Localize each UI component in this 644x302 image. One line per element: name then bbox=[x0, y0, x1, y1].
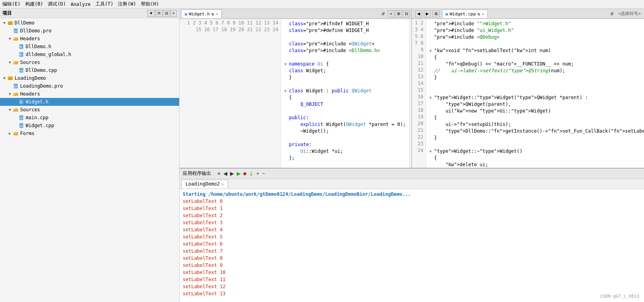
tree-item-dlldemo-pro[interactable]: proDllDemo.pro bbox=[0, 27, 179, 35]
right-tab-close[interactable]: ✕ bbox=[481, 11, 484, 17]
tree-item-dlldemo-global-h[interactable]: hdlldemo_global.h bbox=[0, 51, 179, 58]
tree-item-loading-headers[interactable]: ▼Headers bbox=[0, 90, 179, 98]
menu-item-tools[interactable]: 工具(T) bbox=[95, 1, 114, 8]
tree-item-dlldemo-h[interactable]: hDllDemo.h bbox=[0, 43, 179, 51]
tree-item-widget-h[interactable]: hWidget.h bbox=[0, 98, 179, 106]
sidebar-filter-btn[interactable]: ▼ bbox=[147, 10, 155, 17]
output-line: setLabelText 10 bbox=[183, 269, 641, 276]
tree-item-main-cpp[interactable]: c++main.cpp bbox=[0, 114, 179, 122]
output-active-tab[interactable]: LoadingDemo2 ✕ bbox=[181, 180, 228, 188]
output-line: setLabelText 13 bbox=[183, 290, 641, 297]
tree-item-dll-sources[interactable]: ▼Sources bbox=[0, 58, 179, 66]
left-nav-split-vert[interactable]: ⊞ bbox=[395, 10, 402, 17]
sidebar-sync-btn[interactable]: ⟳ bbox=[155, 10, 163, 17]
sidebar-collapse-btn[interactable]: ⊟ bbox=[163, 10, 170, 17]
tree-icon-main-cpp: c++ bbox=[18, 114, 24, 121]
output-line: setLabelText 5 bbox=[183, 233, 641, 240]
tree-icon-loading-demo bbox=[7, 75, 13, 81]
output-tab-close[interactable]: ✕ bbox=[221, 182, 224, 187]
tree-item-dlldemo-cpp[interactable]: c++DllDemo.cpp bbox=[0, 66, 179, 74]
right-nav-fwd[interactable]: ▶ bbox=[424, 10, 431, 17]
output-scroll-btn[interactable]: ⤓ bbox=[248, 171, 254, 176]
tree-arrow-loading-headers: ▼ bbox=[7, 92, 13, 96]
tree-label-dll-sources: Sources bbox=[20, 60, 40, 65]
right-tab-split-btn[interactable]: ⇅ bbox=[477, 11, 480, 17]
menu-item-annotate[interactable]: 注释(W) bbox=[118, 1, 136, 8]
tree-icon-widget-cpp: c++ bbox=[18, 122, 24, 129]
svg-rect-23 bbox=[13, 109, 15, 110]
svg-rect-29 bbox=[13, 133, 15, 133]
tree-arrow-dll-headers: ▼ bbox=[7, 37, 13, 41]
output-line: setLabelText 9 bbox=[183, 262, 641, 269]
left-nav-prev[interactable]: » bbox=[388, 10, 394, 17]
output-format-btn[interactable]: ≡ bbox=[217, 171, 221, 176]
output-line: setLabelText 8 bbox=[183, 255, 641, 262]
output-line: setLabelText 0 bbox=[183, 198, 641, 205]
menu-item-analyze[interactable]: Analyze bbox=[71, 2, 91, 7]
output-line: setLabelText 4 bbox=[183, 226, 641, 233]
svg-text:h: h bbox=[20, 45, 22, 49]
left-tab-label: Widget.h bbox=[189, 11, 210, 17]
tree-label-main-cpp: main.cpp bbox=[26, 115, 49, 120]
tree-item-widget-cpp[interactable]: c++Widget.cpp bbox=[0, 122, 179, 129]
right-nav-back[interactable]: ◀ bbox=[415, 10, 422, 17]
tree-item-dll-headers[interactable]: ▼Headers bbox=[0, 35, 179, 43]
sidebar: 项目 ▼ ⟳ ⊟ + ▼DllDemoproDllDemo.pro▼Header… bbox=[0, 9, 180, 302]
left-active-tab[interactable]: ▣ Widget.h ⇅ ✕ bbox=[181, 9, 222, 18]
left-hash-btn[interactable]: # bbox=[379, 11, 387, 17]
right-tab-bar: ◀ ▶ ⊞ ▣ Widget.cpp ⇅ ✕ # <选择符号> bbox=[412, 9, 644, 19]
output-line: setLabelText 7 bbox=[183, 248, 641, 255]
output-toolbar: 应用程序输出 ≡ ◀ ▶ ▶ ■ ⤓ + − bbox=[180, 169, 644, 179]
right-editor-pane: ◀ ▶ ⊞ ▣ Widget.cpp ⇅ ✕ # <选择符号> bbox=[412, 9, 644, 168]
menu-item-help[interactable]: 帮助(H) bbox=[141, 1, 159, 8]
tree-item-loading-sources[interactable]: ▼Sources bbox=[0, 106, 179, 114]
tree-item-loading-forms[interactable]: ▶Forms bbox=[0, 129, 179, 137]
left-tab-bar: ▣ Widget.h ⇅ ✕ # » ⊞ ⊟ bbox=[180, 9, 412, 19]
left-tab-close[interactable]: ✕ bbox=[215, 11, 218, 17]
tree-arrow-loading-sources: ▼ bbox=[7, 108, 13, 112]
left-scrollbar[interactable] bbox=[409, 19, 412, 168]
output-nav-back[interactable]: ◀ bbox=[223, 171, 228, 176]
tree-icon-loading-headers bbox=[13, 91, 19, 97]
fold-marker-11: ▼ bbox=[284, 88, 289, 94]
output-line: setLabelText 11 bbox=[183, 276, 641, 283]
tree-label-loadingdemo-pro: LoadingDemo.pro bbox=[20, 83, 63, 89]
tree-label-loading-sources: Sources bbox=[20, 107, 40, 113]
editors-row: ▣ Widget.h ⇅ ✕ # » ⊞ ⊟ 1 2 3 4 5 6 7 8 9… bbox=[180, 9, 644, 168]
svg-rect-5 bbox=[13, 38, 15, 39]
tree-arrow-loading-forms: ▶ bbox=[7, 131, 13, 135]
output-line: setLabelText 12 bbox=[183, 283, 641, 290]
left-code-content[interactable]: class="pre">#ifndef WIDGET_Hclass="pre">… bbox=[281, 19, 409, 168]
right-active-tab[interactable]: ▣ Widget.cpp ⇅ ✕ bbox=[442, 9, 488, 18]
output-stop-btn[interactable]: ■ bbox=[243, 171, 247, 176]
sidebar-add-btn[interactable]: + bbox=[170, 10, 177, 17]
output-remove-btn[interactable]: − bbox=[261, 171, 266, 176]
right-nav-extra[interactable]: ⊞ bbox=[432, 10, 440, 17]
menu-item-build[interactable]: 构建(B) bbox=[25, 1, 43, 8]
output-nav-fwd[interactable]: ▶ bbox=[229, 171, 235, 176]
right-fold-marker-5: ▼ bbox=[429, 47, 434, 54]
tree-item-dll-demo[interactable]: ▼DllDemo bbox=[0, 19, 179, 27]
left-editor-content[interactable]: 1 2 3 4 5 6 7 8 9 10 11 12 13 14 15 16 1… bbox=[180, 19, 412, 168]
left-tab-split-btn[interactable]: ⇅ bbox=[212, 11, 214, 17]
tree-item-loading-demo[interactable]: ▼LoadingDemo bbox=[0, 74, 179, 82]
output-run-btn[interactable]: ▶ bbox=[236, 171, 242, 176]
svg-text:c++: c++ bbox=[19, 117, 24, 119]
content-area: 项目 ▼ ⟳ ⊟ + ▼DllDemoproDllDemo.pro▼Header… bbox=[0, 9, 644, 302]
right-hash-btn[interactable]: # bbox=[608, 11, 616, 17]
tree-label-dll-demo: DllDemo bbox=[15, 20, 35, 26]
sidebar-toolbar: ▼ ⟳ ⊟ + bbox=[147, 10, 177, 17]
tree-icon-dlldemo-pro: pro bbox=[13, 28, 19, 34]
tree-label-loading-headers: Headers bbox=[20, 91, 40, 97]
menu-item-edit[interactable]: 编辑(E) bbox=[2, 1, 21, 8]
left-nav-split-horiz[interactable]: ⊟ bbox=[403, 10, 410, 17]
output-add-btn[interactable]: + bbox=[255, 171, 260, 176]
fold-marker-7: ▼ bbox=[284, 61, 289, 68]
menu-item-debug[interactable]: 调试(D) bbox=[48, 1, 66, 8]
tree-label-dlldemo-global-h: dlldemo_global.h bbox=[26, 52, 71, 57]
tree-item-loadingdemo-pro[interactable]: proLoadingDemo.pro bbox=[0, 82, 179, 90]
tree-icon-dlldemo-global-h: h bbox=[18, 51, 24, 58]
right-editor-content[interactable]: 1 2 3 4 5 6 7 8 9 10 11 12 13 14 15 16 1… bbox=[412, 19, 644, 168]
tree-icon-widget-h: h bbox=[18, 99, 24, 105]
right-code-content[interactable]: "pre">#include "">Widget.h""pre">#includ… bbox=[426, 19, 644, 168]
